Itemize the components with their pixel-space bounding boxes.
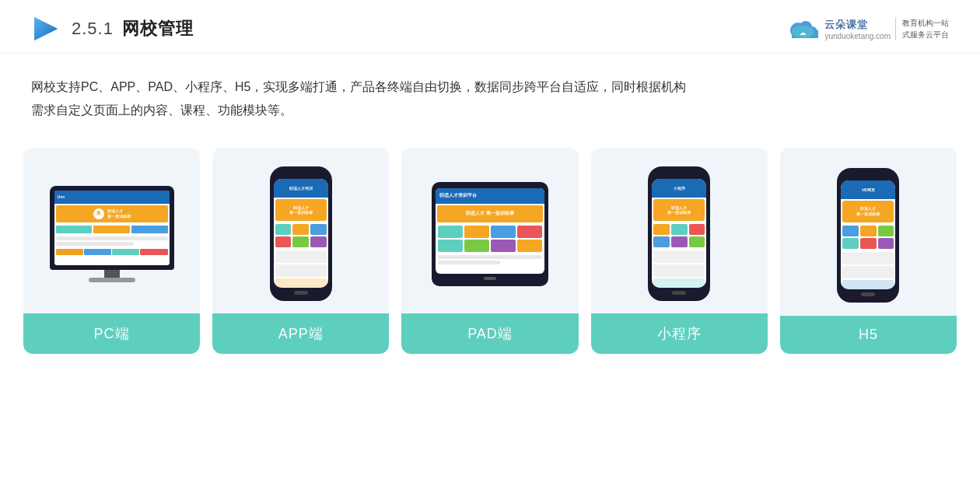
header-left: 2.5.1 网校管理	[31, 14, 194, 44]
logo-icon	[31, 14, 61, 44]
device-card-h5: H5网页 职适人才第一堂训练课	[780, 148, 957, 354]
h5-screen-header: H5网页	[841, 180, 895, 199]
pc-stand	[104, 270, 120, 278]
mini-mockup: 小程序 职适人才第一堂训练课	[648, 166, 710, 301]
app-screen-grid	[274, 222, 328, 249]
h5-home-btn	[861, 292, 875, 296]
app-home-btn	[294, 291, 308, 295]
mini-screen-banner: 职适人才第一堂训练课	[653, 199, 705, 221]
brand-cloud-icon: ☁	[786, 15, 820, 43]
h5-phone-body: H5网页 职适人才第一堂训练课	[837, 168, 899, 303]
page-title: 2.5.1 网校管理	[72, 17, 194, 40]
brand-slogan: 教育机构一站 式服务云平台	[895, 17, 949, 40]
description-line2: 需求自定义页面上的内容、课程、功能模块等。	[31, 99, 949, 122]
brand-logo: ☁ 云朵课堂 yunduoketang.com 教育机构一站 式服务云平台	[786, 15, 949, 43]
pad-screen-grid	[436, 224, 544, 254]
header: 2.5.1 网校管理 ☁ 云朵课堂 yunduoketang.com	[0, 0, 980, 54]
h5-phone-notch	[859, 174, 877, 178]
description: 网校支持PC、APP、PAD、小程序、H5，实现多端打通，产品各终端自由切换，数…	[0, 54, 980, 129]
mini-phone-notch	[670, 173, 688, 177]
h5-image-area: H5网页 职适人才第一堂训练课	[780, 148, 957, 316]
pad-screen-banner: 职适人才 第一堂训练课	[437, 205, 543, 222]
pc-monitor: Unn 奖 职适人才 第一堂训练课	[50, 186, 174, 270]
mini-phone-body: 小程序 职适人才第一堂训练课	[648, 166, 710, 301]
h5-screen-grid	[841, 224, 895, 250]
device-card-pad: 职适人才培训平台 职适人才 第一堂训练课	[401, 148, 578, 354]
app-screen-banner: 职适人才第一堂训练课	[275, 199, 327, 221]
pad-body: 职适人才培训平台 职适人才 第一堂训练课	[432, 182, 548, 286]
device-card-app: 职适人才培训 职适人才第一堂训练课	[212, 148, 389, 354]
pad-mockup: 职适人才培训平台 职适人才 第一堂训练课	[432, 182, 548, 286]
page-container: 2.5.1 网校管理 ☁ 云朵课堂 yunduoketang.com	[0, 0, 980, 490]
pc-screen: Unn 奖 职适人才 第一堂训练课	[54, 191, 170, 265]
svg-marker-1	[34, 17, 58, 40]
pc-base	[89, 278, 135, 282]
app-phone-mockup: 职适人才培训 职适人才第一堂训练课	[270, 166, 332, 301]
mini-label: 小程序	[591, 313, 768, 354]
pad-label: PAD端	[401, 313, 578, 354]
svg-text:☁: ☁	[800, 30, 806, 37]
mini-screen-header: 小程序	[652, 179, 706, 198]
mini-image-area: 小程序 职适人才第一堂训练课	[591, 148, 768, 313]
app-phone-screen: 职适人才培训 职适人才第一堂训练课	[274, 179, 328, 288]
h5-label: H5	[780, 316, 957, 354]
app-image-area: 职适人才培训 职适人才第一堂训练课	[212, 148, 389, 313]
device-card-mini: 小程序 职适人才第一堂训练课	[591, 148, 768, 354]
pad-screen-header: 职适人才培训平台	[436, 188, 544, 204]
h5-screen-cards	[841, 250, 895, 289]
header-right: ☁ 云朵课堂 yunduoketang.com 教育机构一站 式服务云平台	[786, 15, 949, 43]
brand-text-block: 云朵课堂 yunduoketang.com	[824, 18, 891, 40]
mini-home-btn	[672, 291, 686, 295]
pad-home-btn	[484, 277, 496, 280]
h5-screen-banner: 职适人才第一堂训练课	[842, 201, 894, 222]
pc-image-area: Unn 奖 职适人才 第一堂训练课	[23, 148, 200, 313]
app-phone-body: 职适人才培训 职适人才第一堂训练课	[270, 166, 332, 301]
cards-section: Unn 奖 职适人才 第一堂训练课	[0, 129, 980, 377]
mini-phone-screen: 小程序 职适人才第一堂训练课	[652, 179, 706, 288]
pc-mockup: Unn 奖 职适人才 第一堂训练课	[50, 186, 174, 282]
h5-phone-mockup: H5网页 职适人才第一堂训练课	[837, 168, 899, 303]
mini-screen-cards	[652, 249, 706, 288]
description-line1: 网校支持PC、APP、PAD、小程序、H5，实现多端打通，产品各终端自由切换，数…	[31, 75, 949, 99]
pc-screen-content: Unn 奖 职适人才 第一堂训练课	[54, 191, 170, 265]
pad-screen: 职适人才培训平台 职适人才 第一堂训练课	[436, 188, 544, 274]
app-screen-cards	[274, 249, 328, 288]
mini-screen-grid	[652, 222, 706, 249]
app-screen-header: 职适人才培训	[274, 179, 328, 198]
app-label: APP端	[212, 313, 389, 354]
pad-image-area: 职适人才培训平台 职适人才 第一堂训练课	[401, 148, 578, 313]
h5-phone-screen: H5网页 职适人才第一堂训练课	[841, 180, 895, 289]
device-card-pc: Unn 奖 职适人才 第一堂训练课	[23, 148, 200, 354]
pc-label: PC端	[23, 313, 200, 354]
app-phone-notch	[292, 173, 310, 177]
